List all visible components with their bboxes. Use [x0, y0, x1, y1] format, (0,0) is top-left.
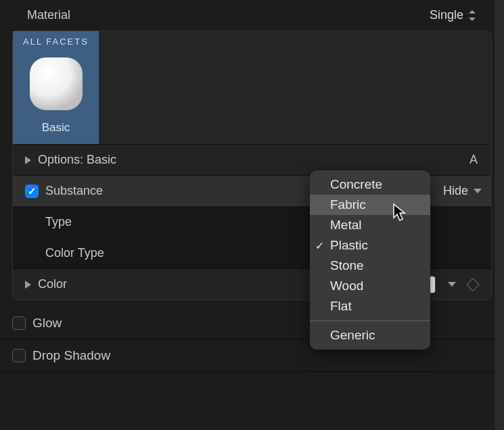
- glow-checkbox[interactable]: [12, 316, 26, 330]
- type-label: Type: [45, 215, 72, 229]
- svg-rect-0: [30, 57, 83, 110]
- menu-item-label: Plastic: [330, 238, 368, 253]
- menu-divider: [310, 320, 430, 321]
- material-preview[interactable]: [26, 53, 87, 114]
- menu-item-generic[interactable]: Generic: [310, 325, 430, 345]
- facet-material-name: Basic: [18, 121, 93, 135]
- substance-label: Substance: [45, 184, 103, 198]
- menu-item-fabric[interactable]: Fabric: [310, 195, 430, 215]
- keyframe-diamond-icon[interactable]: [466, 278, 480, 291]
- type-popup-menu: ConcreteFabricMetal✓PlasticStoneWoodFlat…: [310, 170, 430, 350]
- disclosure-triangle-icon[interactable]: [25, 281, 31, 289]
- menu-item-label: Concrete: [330, 177, 382, 192]
- options-label: Options: Basic: [38, 153, 116, 167]
- material-header: Material Single: [0, 0, 504, 30]
- facet-card[interactable]: ALL FACETS Basic: [13, 31, 99, 144]
- menu-item-label: Stone: [330, 258, 364, 273]
- material-thumbnail-icon: [26, 53, 87, 114]
- menu-item-wood[interactable]: Wood: [310, 276, 430, 296]
- facet-tab-label: ALL FACETS: [18, 37, 93, 47]
- check-icon: ✓: [28, 185, 37, 197]
- hide-button[interactable]: Hide: [443, 184, 482, 198]
- menu-item-label: Fabric: [330, 197, 366, 212]
- menu-item-label: Generic: [330, 328, 375, 343]
- menu-item-label: Metal: [330, 218, 361, 233]
- menu-item-metal[interactable]: Metal: [310, 215, 430, 235]
- menu-item-flat[interactable]: Flat: [310, 296, 430, 316]
- options-right-partial: A: [469, 153, 478, 167]
- disclosure-triangle-icon[interactable]: [25, 156, 31, 164]
- material-title: Material: [27, 8, 70, 22]
- facets-area: ALL FACETS Basic: [13, 31, 491, 144]
- menu-item-stone[interactable]: Stone: [310, 256, 430, 276]
- drop-shadow-label: Drop Shadow: [32, 348, 110, 363]
- color-label: Color: [38, 277, 67, 291]
- substance-checkbox[interactable]: ✓: [25, 185, 39, 198]
- check-icon: ✓: [315, 239, 324, 252]
- menu-item-label: Wood: [330, 279, 363, 293]
- color-type-label: Color Type: [45, 246, 104, 260]
- drop-shadow-checkbox[interactable]: [12, 349, 26, 362]
- glow-label: Glow: [32, 316, 62, 331]
- hide-label: Hide: [443, 184, 468, 198]
- menu-item-concrete[interactable]: Concrete: [310, 174, 430, 195]
- material-mode-dropdown[interactable]: Single: [430, 8, 477, 22]
- scrollbar[interactable]: [495, 0, 504, 430]
- chevron-down-icon[interactable]: [448, 282, 456, 287]
- menu-item-label: Flat: [330, 299, 352, 314]
- chevron-down-icon: [474, 189, 482, 193]
- select-arrows-icon: [467, 9, 477, 22]
- material-mode-label: Single: [430, 8, 463, 22]
- menu-item-plastic[interactable]: ✓Plastic: [310, 235, 430, 256]
